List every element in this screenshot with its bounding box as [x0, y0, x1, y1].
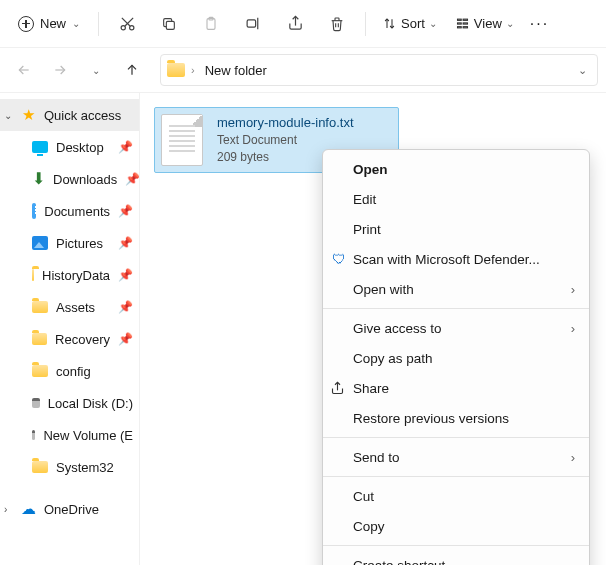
- ctx-give-access[interactable]: Give access to ›: [323, 313, 589, 343]
- chevron-down-icon[interactable]: ⌄: [574, 64, 591, 77]
- svg-rect-9: [463, 19, 467, 20]
- more-button[interactable]: ···: [524, 15, 555, 33]
- pin-icon: 📌: [118, 332, 133, 346]
- sidebar-item-label: New Volume (E: [43, 428, 133, 443]
- chevron-down-icon[interactable]: ⌄: [4, 110, 12, 121]
- pictures-icon: [32, 236, 48, 250]
- svg-rect-10: [463, 23, 467, 24]
- forward-button[interactable]: [44, 54, 76, 86]
- sidebar-onedrive[interactable]: › ☁ OneDrive: [0, 493, 139, 525]
- ctx-label: Scan with Microsoft Defender...: [353, 252, 540, 267]
- sidebar-item-label: System32: [56, 460, 114, 475]
- star-icon: ★: [20, 107, 36, 123]
- ctx-copy[interactable]: Copy: [323, 511, 589, 541]
- pin-icon: 📌: [125, 172, 140, 186]
- sidebar-item-label: Assets: [56, 300, 95, 315]
- view-button[interactable]: View ⌄: [447, 12, 522, 35]
- pin-icon: 📌: [118, 300, 133, 314]
- chevron-right-icon[interactable]: ›: [4, 504, 7, 515]
- ctx-shortcut[interactable]: Create shortcut: [323, 550, 589, 565]
- sort-label: Sort: [401, 16, 425, 31]
- navigation-bar: ⌄ › New folder ⌄: [0, 48, 606, 92]
- sidebar-item-label: Documents: [44, 204, 110, 219]
- plus-icon: [18, 16, 34, 32]
- separator: [323, 476, 589, 477]
- chevron-right-icon: ›: [571, 450, 575, 465]
- delete-button[interactable]: [317, 6, 357, 42]
- separator: [323, 545, 589, 546]
- ctx-label: Print: [353, 222, 381, 237]
- new-button[interactable]: New ⌄: [8, 10, 90, 38]
- breadcrumb-item[interactable]: New folder: [201, 61, 271, 80]
- disk-icon: [32, 398, 40, 408]
- sidebar-item-historydata[interactable]: HistoryData 📌: [0, 259, 139, 291]
- ctx-defender[interactable]: 🛡 Scan with Microsoft Defender...: [323, 244, 589, 274]
- file-type: Text Document: [217, 132, 354, 149]
- ctx-cut[interactable]: Cut: [323, 481, 589, 511]
- back-button[interactable]: [8, 54, 40, 86]
- ctx-open[interactable]: Open: [323, 154, 589, 184]
- rename-button[interactable]: [233, 6, 273, 42]
- sidebar-quick-access[interactable]: ⌄ ★ Quick access: [0, 99, 139, 131]
- desktop-icon: [32, 141, 48, 153]
- shield-icon: 🛡: [330, 251, 348, 267]
- download-icon: ⬇: [32, 171, 45, 187]
- folder-icon: [32, 365, 48, 377]
- ctx-send-to[interactable]: Send to ›: [323, 442, 589, 472]
- recent-button[interactable]: ⌄: [80, 54, 112, 86]
- pin-icon: 📌: [118, 268, 133, 282]
- file-name: memory-module-info.txt: [217, 114, 354, 132]
- pin-icon: 📌: [118, 236, 133, 250]
- ctx-label: Restore previous versions: [353, 411, 509, 426]
- ctx-copy-path[interactable]: Copy as path: [323, 343, 589, 373]
- toolbar: New ⌄ Sort ⌄ View ⌄ ···: [0, 0, 606, 48]
- chevron-down-icon: ⌄: [72, 18, 80, 29]
- paste-button: [191, 6, 231, 42]
- ctx-edit[interactable]: Edit: [323, 184, 589, 214]
- sidebar-item-label: Recovery: [55, 332, 110, 347]
- cut-button[interactable]: [107, 6, 147, 42]
- ctx-label: Give access to: [353, 321, 442, 336]
- ctx-print[interactable]: Print: [323, 214, 589, 244]
- svg-rect-6: [457, 19, 461, 20]
- up-button[interactable]: [116, 54, 148, 86]
- address-bar[interactable]: › New folder ⌄: [160, 54, 598, 86]
- ctx-label: Open with: [353, 282, 414, 297]
- separator: [323, 437, 589, 438]
- separator: [98, 12, 99, 36]
- document-icon: [32, 203, 36, 219]
- sidebar-item-downloads[interactable]: ⬇ Downloads 📌: [0, 163, 139, 195]
- sidebar-item-label: Downloads: [53, 172, 117, 187]
- folder-icon: [32, 461, 48, 473]
- svg-rect-2: [166, 21, 174, 29]
- ctx-open-with[interactable]: Open with ›: [323, 274, 589, 304]
- share-button[interactable]: [275, 6, 315, 42]
- svg-rect-11: [463, 27, 467, 28]
- sidebar-item-system32[interactable]: System32: [0, 451, 139, 483]
- disk-icon: [32, 430, 35, 440]
- ctx-label: Open: [353, 162, 388, 177]
- sidebar-item-config[interactable]: config: [0, 355, 139, 387]
- ctx-share[interactable]: Share: [323, 373, 589, 403]
- sidebar-item-recovery[interactable]: Recovery 📌: [0, 323, 139, 355]
- sidebar-item-desktop[interactable]: Desktop 📌: [0, 131, 139, 163]
- sidebar-item-assets[interactable]: Assets 📌: [0, 291, 139, 323]
- ctx-label: Copy: [353, 519, 385, 534]
- svg-rect-7: [457, 23, 461, 24]
- pin-icon: 📌: [118, 204, 133, 218]
- chevron-down-icon: ⌄: [506, 18, 514, 29]
- ctx-restore[interactable]: Restore previous versions: [323, 403, 589, 433]
- sidebar-item-new-volume[interactable]: New Volume (E: [0, 419, 139, 451]
- chevron-right-icon: ›: [571, 282, 575, 297]
- sidebar-item-pictures[interactable]: Pictures 📌: [0, 227, 139, 259]
- sidebar-label: Quick access: [44, 108, 121, 123]
- sidebar-item-local-disk[interactable]: Local Disk (D:): [0, 387, 139, 419]
- new-label: New: [40, 16, 66, 31]
- text-file-icon: [161, 114, 203, 166]
- sort-button[interactable]: Sort ⌄: [374, 12, 445, 35]
- copy-button[interactable]: [149, 6, 189, 42]
- folder-icon: [32, 301, 48, 313]
- sidebar-item-label: HistoryData: [42, 268, 110, 283]
- sidebar-item-documents[interactable]: Documents 📌: [0, 195, 139, 227]
- sidebar: ⌄ ★ Quick access Desktop 📌 ⬇ Downloads 📌…: [0, 93, 140, 565]
